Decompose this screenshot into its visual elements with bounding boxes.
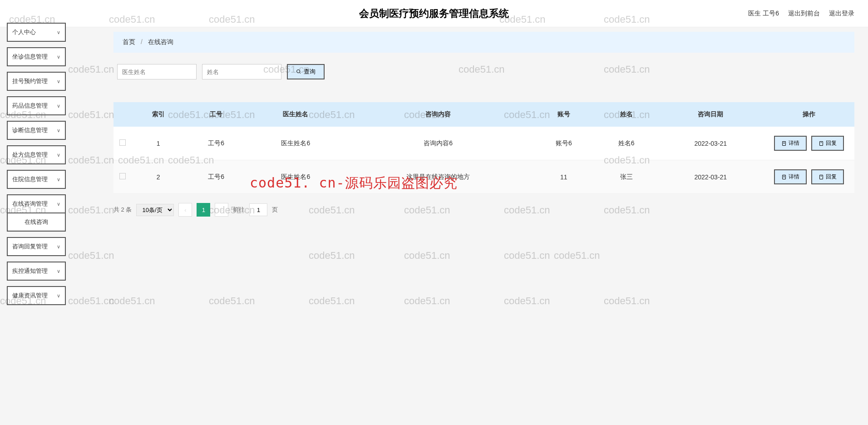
- row-checkbox[interactable]: [119, 173, 126, 179]
- watermark: code51.cn: [504, 250, 550, 262]
- sidebar-label: 处方信息管理: [12, 151, 48, 159]
- page-goto-suffix: 页: [272, 206, 278, 214]
- user-label[interactable]: 医生 工号6: [748, 10, 779, 18]
- sidebar-item-zhuyuan[interactable]: 住院信息管理∨: [7, 170, 66, 189]
- sidebar-submenu: 在线咨询: [7, 213, 66, 232]
- chevron-down-icon: ∨: [57, 128, 60, 133]
- header-actions: 医生 工号6 退出到前台 退出登录: [748, 10, 854, 18]
- document-icon: [781, 174, 787, 180]
- page-next[interactable]: ›: [215, 203, 228, 217]
- breadcrumb-home[interactable]: 首页: [123, 38, 135, 45]
- btn-detail[interactable]: 详情: [774, 136, 807, 151]
- chevron-down-icon: ∨: [57, 293, 60, 299]
- btn-exit-front[interactable]: 退出到前台: [788, 10, 820, 18]
- btn-detail[interactable]: 详情: [774, 169, 807, 184]
- sidebar-label: 药品信息管理: [12, 102, 48, 110]
- table-row[interactable]: 2 工号6 医生姓名6 这里是在线咨询的地方 11 张三 2022-03-21 …: [113, 160, 854, 194]
- data-table: 索引 工号 医生姓名 咨询内容 账号 姓名 咨询日期 操作 1 工号6 医生姓名…: [113, 102, 854, 194]
- watermark: code51.cn: [309, 295, 355, 307]
- chevron-down-icon: ∨: [57, 268, 60, 274]
- th-acct[interactable]: 账号: [533, 102, 595, 127]
- svg-rect-10: [820, 175, 823, 179]
- breadcrumb: 首页 / 在线咨询: [113, 32, 854, 53]
- pagination: 共 2 条 10条/页 ‹ 1 › 前往 页: [113, 203, 854, 217]
- sidebar-item-zixun[interactable]: 在线咨询管理∨: [7, 194, 66, 213]
- sidebar-item-personal[interactable]: 个人中心∨: [7, 23, 66, 42]
- th-gh[interactable]: 工号: [185, 102, 247, 127]
- search-label: 查询: [304, 68, 316, 76]
- watermark: code51.cn: [68, 64, 114, 75]
- row-checkbox[interactable]: [119, 139, 126, 146]
- chevron-down-icon: ∨: [57, 201, 60, 207]
- btn-reply[interactable]: 回复: [811, 169, 844, 184]
- table-row[interactable]: 1 工号6 医生姓名6 咨询内容6 账号6 姓名6 2022-03-21 详情 …: [113, 127, 854, 160]
- svg-point-0: [297, 70, 300, 73]
- sidebar-label: 诊断信息管理: [12, 126, 48, 134]
- page-goto-input[interactable]: [249, 203, 267, 216]
- th-content[interactable]: 咨询内容: [344, 102, 533, 127]
- cell-name: 张三: [595, 160, 658, 194]
- cell-idx: 1: [132, 127, 185, 160]
- th-index[interactable]: 索引: [132, 102, 185, 127]
- table-body: 1 工号6 医生姓名6 咨询内容6 账号6 姓名6 2022-03-21 详情 …: [113, 127, 854, 194]
- sidebar-item-huifu[interactable]: 咨询回复管理∨: [7, 237, 66, 256]
- sidebar-item-chufang[interactable]: 处方信息管理∨: [7, 145, 66, 164]
- cell-idx: 2: [132, 160, 185, 194]
- page-size-select[interactable]: 10条/页: [136, 204, 174, 216]
- cell-date: 2022-03-21: [658, 127, 764, 160]
- btn-logout[interactable]: 退出登录: [829, 10, 854, 18]
- th-name[interactable]: 姓名: [595, 102, 658, 127]
- chevron-down-icon: ∨: [57, 152, 60, 158]
- sidebar-label: 坐诊信息管理: [12, 53, 48, 61]
- watermark: code51.cn: [404, 250, 450, 262]
- watermark: code51.cn: [68, 250, 114, 262]
- sidebar-label: 在线咨询管理: [12, 200, 48, 208]
- sidebar-label: 咨询回复管理: [12, 242, 48, 251]
- filter-name[interactable]: [202, 64, 281, 79]
- btn-reply[interactable]: 回复: [811, 136, 844, 151]
- watermark: code51.cn: [209, 295, 255, 307]
- cell-gh: 工号6: [185, 160, 247, 194]
- cell-name: 姓名6: [595, 127, 658, 160]
- sidebar-item-jikong[interactable]: 疾控通知管理∨: [7, 262, 66, 281]
- svg-line-1: [300, 73, 301, 74]
- breadcrumb-current: 在线咨询: [148, 38, 173, 45]
- cell-dname: 医生姓名6: [247, 160, 344, 194]
- watermark: code51.cn: [309, 250, 355, 262]
- chevron-down-icon: ∨: [57, 79, 60, 84]
- watermark: code51.cn: [68, 204, 114, 216]
- sidebar-subitem-zixun[interactable]: 在线咨询: [8, 213, 65, 231]
- cell-date: 2022-03-21: [658, 160, 764, 194]
- sidebar-item-zuozhen[interactable]: 坐诊信息管理∨: [7, 47, 66, 66]
- reply-icon: [819, 141, 824, 146]
- watermark: code51.cn: [504, 295, 550, 307]
- th-dname[interactable]: 医生姓名: [247, 102, 344, 127]
- watermark: code51.cn: [68, 295, 114, 307]
- sidebar-item-yaopin[interactable]: 药品信息管理∨: [7, 96, 66, 115]
- sidebar-item-zhenduan[interactable]: 诊断信息管理∨: [7, 121, 66, 140]
- th-date[interactable]: 咨询日期: [658, 102, 764, 127]
- sidebar-item-jiankang[interactable]: 健康资讯管理∨: [7, 286, 66, 305]
- sidebar-item-guahao[interactable]: 挂号预约管理∨: [7, 72, 66, 91]
- filter-bar: 查询: [113, 64, 854, 79]
- header: 会员制医疗预约服务管理信息系统 医生 工号6 退出到前台 退出登录: [0, 0, 868, 27]
- page-goto-prefix: 前往: [233, 206, 245, 214]
- cell-content: 这里是在线咨询的地方: [344, 160, 533, 194]
- cell-acct: 账号6: [533, 127, 595, 160]
- chevron-down-icon: ∨: [57, 177, 60, 183]
- watermark: code51.cn: [604, 295, 650, 307]
- watermark: code51.cn: [109, 295, 155, 307]
- filter-doctor-name[interactable]: [117, 64, 197, 79]
- sidebar-sublabel: 在线咨询: [25, 218, 48, 226]
- chevron-down-icon: ∨: [57, 244, 60, 250]
- cell-dname: 医生姓名6: [247, 127, 344, 160]
- sidebar: 个人中心∨ 坐诊信息管理∨ 挂号预约管理∨ 药品信息管理∨ 诊断信息管理∨ 处方…: [7, 23, 66, 311]
- sidebar-label: 健康资讯管理: [12, 292, 48, 300]
- sidebar-label: 个人中心: [12, 28, 36, 36]
- search-button[interactable]: 查询: [287, 64, 325, 79]
- watermark: code51.cn: [68, 154, 114, 166]
- page-prev[interactable]: ‹: [178, 203, 192, 217]
- watermark: code51.cn: [554, 250, 600, 262]
- sidebar-label: 住院信息管理: [12, 175, 48, 183]
- page-1[interactable]: 1: [197, 203, 210, 217]
